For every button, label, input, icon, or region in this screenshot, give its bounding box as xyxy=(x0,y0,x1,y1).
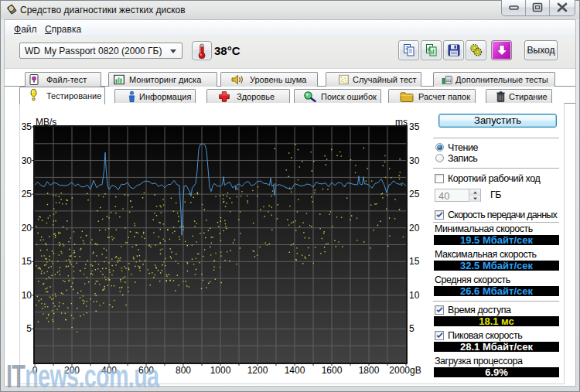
svg-text:ms: ms xyxy=(395,117,408,128)
svg-text:15: 15 xyxy=(409,256,420,267)
svg-text:25: 25 xyxy=(409,189,420,199)
svg-text:MB/s: MB/s xyxy=(36,117,56,128)
svg-text:1800: 1800 xyxy=(359,365,380,376)
svg-text:35: 35 xyxy=(22,121,32,132)
svg-text:15: 15 xyxy=(22,256,32,267)
svg-text:10: 10 xyxy=(22,290,32,301)
svg-text:10: 10 xyxy=(409,290,420,301)
svg-text:35: 35 xyxy=(409,121,420,132)
svg-text:30: 30 xyxy=(409,155,420,166)
svg-text:2000gB: 2000gB xyxy=(389,365,421,376)
svg-text:30: 30 xyxy=(22,155,32,166)
svg-text:800: 800 xyxy=(176,365,191,376)
svg-text:25: 25 xyxy=(22,189,32,199)
svg-text:5: 5 xyxy=(409,323,415,334)
svg-text:1200: 1200 xyxy=(247,365,268,376)
svg-text:20: 20 xyxy=(22,223,32,233)
svg-text:1600: 1600 xyxy=(322,365,343,376)
svg-text:5: 5 xyxy=(26,323,32,334)
svg-text:1400: 1400 xyxy=(285,365,305,376)
svg-text:20: 20 xyxy=(409,223,420,233)
svg-text:1000: 1000 xyxy=(210,365,231,376)
